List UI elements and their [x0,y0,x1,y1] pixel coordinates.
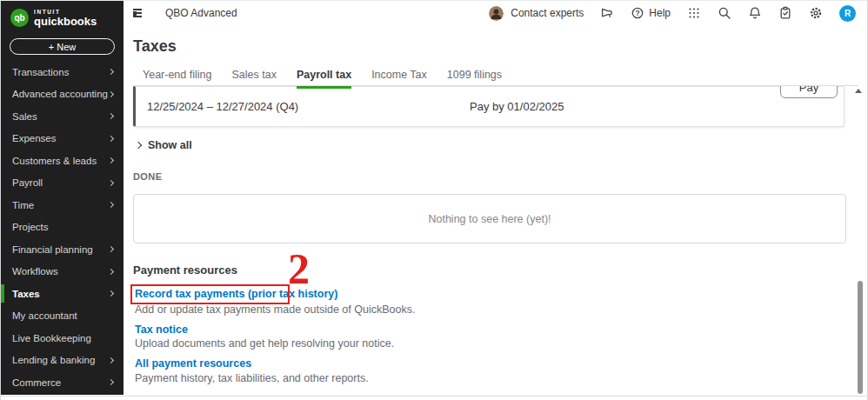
sidebar-item-workflows[interactable]: Workflows [1,261,124,283]
tab-payroll-tax[interactable]: Payroll tax [297,69,351,89]
show-all-toggle[interactable]: Show all [136,139,192,151]
tax-due-date: Pay by 01/02/2025 [470,100,564,113]
tab-sales-tax[interactable]: Sales tax [231,69,276,89]
tax-tabs: Year-end filing Sales tax Payroll tax In… [143,69,502,89]
chevron-right-icon [108,202,114,208]
contact-experts-label: Contact experts [511,7,584,19]
search-icon[interactable] [718,6,731,20]
all-payment-resources-description: Payment history, tax liabilities, and ot… [135,372,369,384]
app-window: qb INTUIT quickbooks + New Transactions … [0,0,868,400]
sidebar-item-commerce[interactable]: Commerce [1,371,124,394]
chevron-right-icon [108,69,114,75]
expert-avatar [489,6,504,21]
scrollbar-thumb[interactable] [858,281,863,394]
sidebar-item-lending-banking[interactable]: Lending & banking [1,350,124,372]
quickbooks-logo: qb INTUIT quickbooks [1,1,124,27]
chevron-right-icon [108,91,114,97]
sidebar-item-my-accountant[interactable]: My accountant [1,305,124,328]
help-icon: ? [631,6,644,20]
sidebar-item-time[interactable]: Time [1,194,124,217]
sidebar-item-payroll[interactable]: Payroll [1,172,124,195]
payment-resources-heading: Payment resources [133,263,237,277]
sidebar-nav: Transactions Advanced accounting Sales E… [1,61,124,394]
contact-experts[interactable]: Contact experts [489,6,584,21]
quickbooks-wordmark: quickbooks [34,16,97,28]
tax-notice-description: Upload documents and get help resolving … [135,337,394,350]
chevron-right-icon [108,290,114,297]
sidebar-item-customers-leads[interactable]: Customers & leads [1,150,124,172]
show-all-label: Show all [148,139,192,151]
topbar: QBO Advanced Contact experts [124,1,867,25]
sidebar-item-taxes[interactable]: Taxes [1,283,124,305]
settings-gear-icon[interactable] [809,6,823,20]
chevron-right-icon [108,157,114,163]
chevron-right-icon [135,142,142,149]
new-button[interactable]: + New [10,38,115,55]
sidebar-item-financial-planning[interactable]: Financial planning [1,238,124,261]
chevron-right-icon [108,180,114,186]
chevron-right-icon [108,269,114,275]
tax-due-row[interactable]: 12/25/2024 – 12/27/2024 (Q4) Pay by 01/0… [133,86,845,127]
record-tax-payments-description: Add or update tax payments made outside … [135,303,415,316]
chevron-right-icon [108,246,114,252]
help-label: Help [649,7,671,19]
empty-state-message: Nothing to see here (yet)! [428,213,551,225]
tax-period: 12/25/2024 – 12/27/2024 (Q4) [147,100,470,113]
chevron-right-icon [108,113,114,119]
tab-year-end-filing[interactable]: Year-end filing [143,69,211,89]
sidebar-item-live-bookkeeping[interactable]: Live Bookkeeping [1,327,124,350]
sidebar-item-projects[interactable]: Projects [1,217,124,239]
page-title: Taxes [133,37,177,56]
annotation-step-number: 2 [288,247,310,290]
window-bottom-border [1,396,867,397]
tasks-clipboard-icon[interactable] [778,6,792,20]
all-payment-resources-link[interactable]: All payment resources [135,357,251,370]
notifications-bell-icon[interactable] [748,6,762,20]
tab-1099-filings[interactable]: 1099 filings [447,69,502,89]
record-tax-payments-link[interactable]: Record tax payments (prior tax history) [135,288,337,300]
sidebar-item-sales[interactable]: Sales [1,105,124,128]
svg-text:?: ? [636,9,640,17]
sidebar: qb INTUIT quickbooks + New Transactions … [1,1,124,395]
active-indicator [1,284,4,303]
chevron-right-icon [108,379,114,385]
tax-notice-link[interactable]: Tax notice [135,323,188,336]
pay-button[interactable]: Pay [780,86,838,98]
scrollbar-up-arrow[interactable] [855,89,862,93]
done-empty-state: Nothing to see here (yet)! [133,194,846,243]
quickbooks-logo-icon: qb [10,9,29,27]
hamburger-menu-icon[interactable] [133,8,147,18]
payroll-tax-content: Pay 12/25/2024 – 12/27/2024 (Q4) Pay by … [124,86,859,397]
chevron-right-icon [108,136,114,142]
sidebar-item-transactions[interactable]: Transactions [1,61,124,83]
sidebar-item-expenses[interactable]: Expenses [1,128,124,150]
help-menu[interactable]: ? Help [631,6,671,20]
chevron-right-icon [108,357,114,363]
tab-income-tax[interactable]: Income Tax [371,69,427,89]
sidebar-item-advanced-accounting[interactable]: Advanced accounting [1,83,124,106]
company-name[interactable]: QBO Advanced [165,7,237,19]
apps-grid-icon[interactable] [687,6,701,20]
done-section-heading: DONE [133,171,162,182]
megaphone-icon[interactable] [600,6,614,20]
user-avatar[interactable]: R [839,5,856,22]
